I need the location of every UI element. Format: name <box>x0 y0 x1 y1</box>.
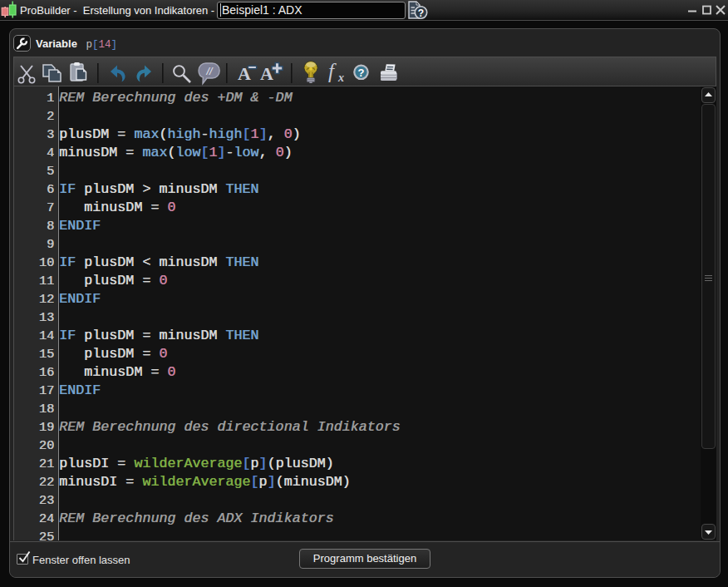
svg-text:?: ? <box>418 7 424 19</box>
svg-text:?: ? <box>358 67 365 79</box>
svg-text:x: x <box>337 72 344 84</box>
svg-text:f: f <box>328 60 337 82</box>
